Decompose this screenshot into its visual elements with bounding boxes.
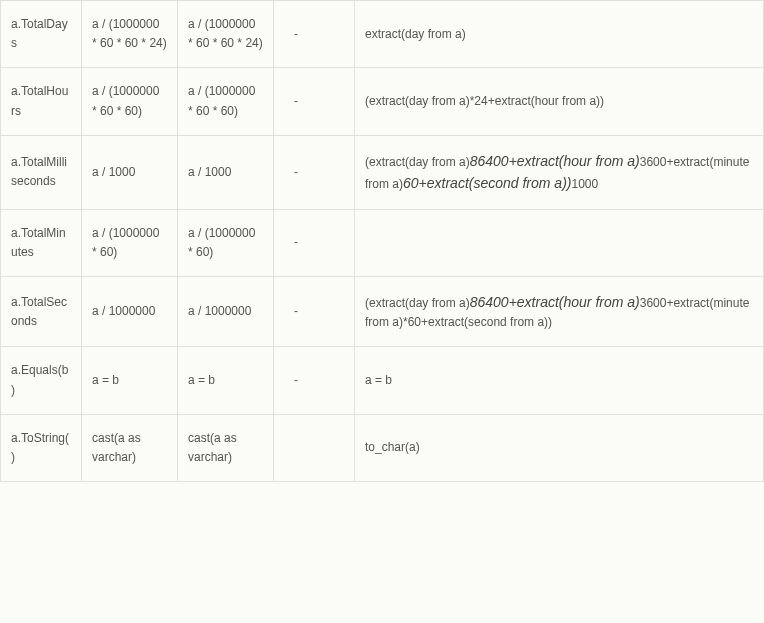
cell: a = b bbox=[82, 347, 178, 414]
table-row: a.Equals(b)a = ba = b-a = b bbox=[1, 347, 764, 414]
text-segment: (extract(day from a) bbox=[365, 296, 470, 310]
table-row: a.TotalMillisecondsa / 1000a / 1000-(ext… bbox=[1, 135, 764, 209]
text-segment: 1000 bbox=[571, 177, 598, 191]
cell bbox=[274, 414, 355, 481]
cell: a / 1000 bbox=[82, 135, 178, 209]
cell: a / (1000000 * 60) bbox=[178, 209, 274, 276]
table-row: a.TotalHoursa / (1000000 * 60 * 60)a / (… bbox=[1, 68, 764, 135]
cell: to_char(a) bbox=[355, 414, 764, 481]
cell: (extract(day from a)*24+extract(hour fro… bbox=[355, 68, 764, 135]
text-segment: (extract(day from a) bbox=[365, 155, 470, 169]
cell: a / (1000000 * 60 * 60) bbox=[178, 68, 274, 135]
cell: - bbox=[274, 135, 355, 209]
cell bbox=[355, 209, 764, 276]
text-segment: a = b bbox=[365, 373, 392, 387]
text-segment: (extract(day from a)*24+extract(hour fro… bbox=[365, 94, 604, 108]
text-segment: extract(day from a) bbox=[365, 27, 466, 41]
cell: a / (1000000 * 60 * 60 * 24) bbox=[82, 1, 178, 68]
cell: - bbox=[274, 68, 355, 135]
table-row: a.TotalDaysa / (1000000 * 60 * 60 * 24)a… bbox=[1, 1, 764, 68]
cell: (extract(day from a)86400+extract(hour f… bbox=[355, 135, 764, 209]
cell: a = b bbox=[355, 347, 764, 414]
text-segment: 86400+extract(hour from a) bbox=[470, 294, 640, 310]
cell: extract(day from a) bbox=[355, 1, 764, 68]
cell: a.TotalHours bbox=[1, 68, 82, 135]
cell: cast(a as varchar) bbox=[178, 414, 274, 481]
table-row: a.TotalSecondsa / 1000000a / 1000000-(ex… bbox=[1, 276, 764, 347]
cell: a = b bbox=[178, 347, 274, 414]
cell: - bbox=[274, 209, 355, 276]
cell: a.TotalDays bbox=[1, 1, 82, 68]
text-segment: 60+extract(second from a)) bbox=[403, 175, 571, 191]
table-row: a.ToString()cast(a as varchar)cast(a as … bbox=[1, 414, 764, 481]
text-segment: to_char(a) bbox=[365, 440, 420, 454]
cell: a.Equals(b) bbox=[1, 347, 82, 414]
table-row: a.TotalMinutesa / (1000000 * 60)a / (100… bbox=[1, 209, 764, 276]
cell: a.ToString() bbox=[1, 414, 82, 481]
conversion-table: a.TotalDaysa / (1000000 * 60 * 60 * 24)a… bbox=[0, 0, 764, 482]
cell: a.TotalSeconds bbox=[1, 276, 82, 347]
cell: a / 1000 bbox=[178, 135, 274, 209]
cell: - bbox=[274, 1, 355, 68]
cell: - bbox=[274, 347, 355, 414]
cell: cast(a as varchar) bbox=[82, 414, 178, 481]
cell: a.TotalMinutes bbox=[1, 209, 82, 276]
text-segment: 86400+extract(hour from a) bbox=[470, 153, 640, 169]
cell: a.TotalMilliseconds bbox=[1, 135, 82, 209]
cell: a / 1000000 bbox=[82, 276, 178, 347]
cell: a / 1000000 bbox=[178, 276, 274, 347]
cell: a / (1000000 * 60 * 60) bbox=[82, 68, 178, 135]
cell: a / (1000000 * 60 * 60 * 24) bbox=[178, 1, 274, 68]
cell: (extract(day from a)86400+extract(hour f… bbox=[355, 276, 764, 347]
cell: - bbox=[274, 276, 355, 347]
cell: a / (1000000 * 60) bbox=[82, 209, 178, 276]
